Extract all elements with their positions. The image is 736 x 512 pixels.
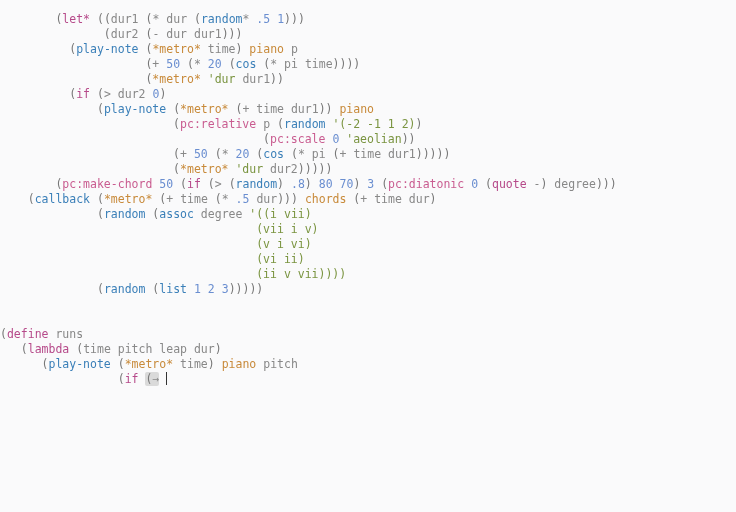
text-cursor (166, 372, 167, 385)
code-editor[interactable]: (let* ((dur1 (* dur (random* .5 1))) (du… (0, 12, 736, 387)
